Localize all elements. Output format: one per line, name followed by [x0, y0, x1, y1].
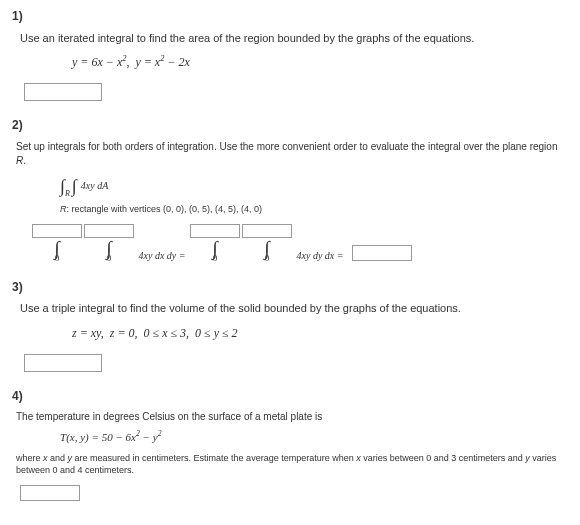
answer-input[interactable] [20, 485, 80, 501]
upper-bound-input[interactable] [32, 224, 82, 238]
region-description: R: rectangle with vertices (0, 0), (0, 5… [60, 203, 568, 216]
equation: y = 6x − x2, y = x2 − 2x [72, 54, 568, 71]
problem-statement: Set up integrals for both orders of inte… [16, 140, 568, 168]
integral-outer-1: ∫ 0 [32, 224, 82, 263]
answer-input[interactable] [24, 354, 102, 372]
problem-number: 2) [12, 117, 568, 134]
problem-1: 1) Use an iterated integral to find the … [12, 8, 568, 101]
problem-statement: Use an iterated integral to find the are… [20, 31, 568, 46]
problem-note: where x and y are measured in centimeter… [16, 452, 568, 477]
upper-bound-input[interactable] [84, 224, 134, 238]
problem-number: 4) [12, 388, 568, 405]
problem-4: 4) The temperature in degrees Celsius on… [12, 388, 568, 502]
upper-bound-input[interactable] [242, 224, 292, 238]
integrand-text: 4xy dy dx = [294, 249, 346, 263]
integrand-text: 4xy dx dy = [136, 249, 188, 263]
integral-setup-row: ∫ 0 ∫ 0 4xy dx dy = ∫ 0 ∫ 0 4xy dy dx = [32, 224, 568, 263]
integral-inner-2: ∫ 0 [242, 224, 292, 263]
problem-number: 1) [12, 8, 568, 25]
double-integral: ∫R∫ 4xy dA [60, 174, 568, 199]
integral-outer-2: ∫ 0 [190, 224, 240, 263]
problem-statement: The temperature in degrees Celsius on th… [16, 410, 568, 424]
problem-3: 3) Use a triple integral to find the vol… [12, 279, 568, 372]
upper-bound-input[interactable] [190, 224, 240, 238]
problem-2: 2) Set up integrals for both orders of i… [12, 117, 568, 263]
problem-number: 3) [12, 279, 568, 296]
answer-input[interactable] [352, 245, 412, 261]
equation: T(x, y) = 50 − 6x2 − y2 [60, 430, 568, 445]
answer-input[interactable] [24, 83, 102, 101]
integral-inner-1: ∫ 0 [84, 224, 134, 263]
equation: z = xy, z = 0, 0 ≤ x ≤ 3, 0 ≤ y ≤ 2 [72, 325, 568, 342]
problem-statement: Use a triple integral to find the volume… [20, 301, 568, 316]
